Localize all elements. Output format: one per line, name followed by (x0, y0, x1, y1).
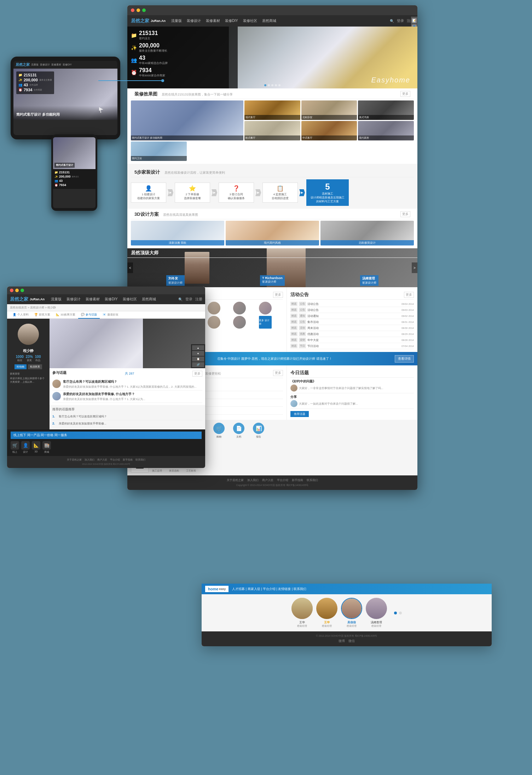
designer-avatar-5[interactable] (233, 302, 246, 314)
gallery-item-2[interactable]: 现代客厅 (244, 100, 300, 120)
showcase-dot-1[interactable] (394, 612, 397, 614)
sidebar-icon-1[interactable]: 📝 (412, 18, 417, 23)
step-1[interactable]: 👤 1 创建设计创建你的家装方案 (131, 183, 166, 203)
announcement-more[interactable]: 更多 (404, 292, 414, 298)
service-online[interactable]: 🛒 线上 (11, 441, 19, 454)
service-3d[interactable]: 📐 3D (32, 441, 40, 454)
footer-nav-merchant[interactable]: 商户入驻 (262, 478, 273, 482)
gallery-item-6[interactable]: 中式客厅 (301, 121, 357, 140)
bottom-nav-mall[interactable]: 居然商城 (140, 296, 158, 302)
more-designers-btn[interactable]: 更多 设计师 (259, 316, 272, 329)
profile-nav-icon-1[interactable]: ▲ (192, 345, 204, 350)
gallery-more-btn[interactable]: 更多 (400, 91, 410, 97)
step-4[interactable]: 📋 4 监督施工全程跟踪进度 (262, 183, 298, 203)
bottom-nav-diy[interactable]: 装修DIY (103, 296, 120, 302)
browser-close[interactable] (131, 8, 134, 12)
gallery-item-4[interactable]: 美式书房 (358, 100, 414, 120)
profile-nav-icon-4[interactable]: 🔗 (192, 362, 204, 367)
designer-card-1[interactable]: 刘冬发 签派设计师 (166, 275, 185, 286)
hero-dot-1[interactable] (264, 84, 266, 86)
designer-card-2[interactable]: T Richardson 签派设计师 (260, 275, 285, 286)
browser-minimize[interactable] (137, 8, 140, 12)
today-item-1-title[interactable]: 《好约中的问题》 (290, 379, 414, 384)
nav-mall[interactable]: 居然商城 (260, 18, 278, 24)
bfn-platform[interactable]: 平台介绍 (110, 458, 120, 462)
footer-nav-about[interactable]: 关于居然之家 (227, 478, 244, 482)
view-more-btn[interactable]: 推荐活题 (290, 411, 309, 417)
step-5[interactable]: 5 选材施工设计师精选装修及近期施工的材料与工艺方案 (306, 179, 349, 206)
footer-col-match-3[interactable]: 家居选购 (169, 469, 180, 473)
tab-invite[interactable]: 📧 邀请好友 (100, 311, 121, 319)
footer-col-decor-3[interactable]: 工艺标准 (186, 469, 197, 473)
bfn-about[interactable]: 关于居然之家 (67, 458, 82, 462)
bfn-merchant[interactable]: 商户入驻 (97, 458, 107, 462)
bfn-contact[interactable]: 联系我们 (135, 458, 145, 462)
bfn-guide[interactable]: 新手指南 (123, 458, 133, 462)
designer-avatar-6[interactable] (259, 302, 272, 314)
follow-btn[interactable]: 粉他/她 (15, 364, 27, 369)
showcase-dot-2[interactable] (399, 612, 402, 614)
hero-dot-3[interactable] (271, 84, 273, 86)
nav-community[interactable]: 装修社区 (241, 18, 259, 24)
showcase-designer-1[interactable]: 王华 橙装经理 (291, 598, 313, 628)
design3d-item-2[interactable]: 现代简约风格 (226, 221, 319, 245)
gallery-item-5[interactable]: 欧式餐厅 (244, 121, 300, 140)
bottom-nav-design[interactable]: 装修设计 (64, 296, 83, 302)
tab-topics[interactable]: 💬 参与话题 (78, 311, 100, 319)
profile-nav-icon-2[interactable]: ▼ (192, 351, 204, 356)
footer-nav-guide[interactable]: 新手指南 (292, 478, 303, 482)
footer-icon-doc[interactable]: 📄 文档 (230, 423, 248, 449)
profile-nav-icon-3[interactable]: 📋 (192, 357, 204, 362)
discuss-question-2[interactable]: 亲爱的好友及好友加如朋友手带装修, 什么地方手？ (63, 392, 202, 397)
design3d-more-btn[interactable]: 更多 (400, 211, 410, 217)
prev-btn[interactable]: < (127, 262, 133, 273)
service-shop[interactable]: 🏬 商城 (42, 441, 51, 454)
gallery-item-featured[interactable]: 简约式客厅设计 多功能利用 (131, 100, 243, 140)
search-icon[interactable]: 🔍 (390, 19, 394, 23)
recommend-text-1[interactable]: 客厅怎么布局？可以改造距离区域吗？ (59, 415, 202, 418)
nav-liuliang[interactable]: 流量版 (169, 18, 184, 24)
bottom-browser-minimize[interactable] (15, 289, 19, 292)
bfn-join[interactable]: 加入我们 (85, 458, 94, 462)
footer-icon-report[interactable]: 📊 报告 (250, 423, 267, 449)
browser-maximize[interactable] (142, 8, 146, 12)
gallery-item-3[interactable]: 北欧卧室 (301, 100, 357, 120)
design3d-item-1[interactable]: 清新淡雅 简欧 (131, 221, 224, 245)
today-item-2-title[interactable]: 分享 (290, 395, 414, 399)
designer-card-3[interactable]: 汤姆查理 签派设计师 (360, 275, 378, 286)
hero-dot-5[interactable] (278, 84, 281, 86)
nav-login-text[interactable]: 登录 (397, 18, 404, 23)
step-2[interactable]: ⭐ 2 下单装修选择装修套餐 (175, 183, 210, 203)
bottom-login[interactable]: 登录 (185, 297, 192, 302)
bottom-browser-maximize[interactable] (21, 289, 24, 292)
bottom-register[interactable]: 注册 (195, 297, 202, 302)
banner-btn[interactable]: 查看详情 (395, 355, 414, 363)
bottom-browser-close[interactable] (10, 289, 13, 292)
footer-nav-platform[interactable]: 平台介绍 (277, 478, 288, 482)
footer-col-materials-3[interactable]: 施工监理 (152, 469, 163, 473)
footer-nav-contact[interactable]: 联系我们 (307, 478, 318, 482)
nav-design[interactable]: 装修设计 (185, 18, 203, 24)
designers-list-more[interactable]: 更多 (273, 292, 283, 298)
tab-profile-info[interactable]: 👤 个人资料 (10, 311, 31, 319)
discuss-question-1[interactable]: 客厅怎么布局？可以改造距离区域吗？ (63, 380, 202, 384)
next-btn[interactable]: > (412, 262, 417, 273)
footer-nav-join[interactable]: 加入我们 (247, 478, 259, 482)
showcase-designer-2[interactable]: 王华 橙装经理 (316, 598, 337, 628)
bottom-nav-material[interactable]: 装修素材 (83, 296, 102, 302)
bottom-search-icon[interactable]: 🔍 (178, 297, 183, 301)
nav-diy[interactable]: 装修DIY (223, 18, 240, 24)
recommend-text-2[interactable]: 亲爱的好友及好友加如朋友手带装修... (59, 422, 202, 426)
gallery-item-8[interactable]: 简约卫浴 (131, 141, 187, 161)
showcase-designer-4[interactable]: 汤姆查理 橙装经理 (366, 598, 387, 628)
nav-material[interactable]: 装修素材 (204, 18, 222, 24)
footer-icon-shop[interactable]: 🛒 购物 (210, 423, 228, 449)
social-weibo[interactable]: 微博 (339, 639, 345, 643)
help-more-btn[interactable]: 更多 (273, 370, 283, 376)
hero-dot-2[interactable] (268, 84, 270, 86)
service-designer[interactable]: 👤 设计 (21, 441, 30, 454)
step-3[interactable]: ❓ 3 签订合同确认装修服务 (219, 183, 254, 203)
bottom-nav-liuliang[interactable]: 流量版 (49, 296, 64, 302)
designer-avatar-4[interactable] (208, 302, 220, 314)
designer-avatar-11[interactable] (233, 316, 246, 329)
